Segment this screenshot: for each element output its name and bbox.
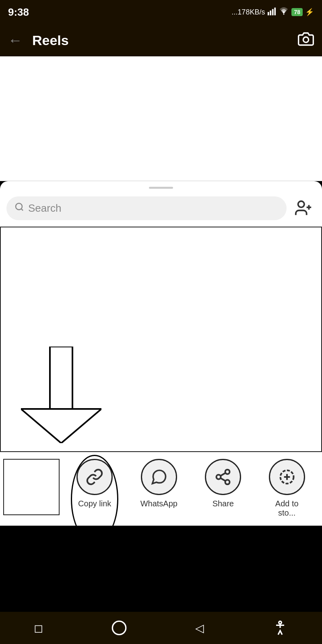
add-to-story-label: Add to sto... <box>271 499 303 518</box>
wifi-icon <box>279 7 289 18</box>
svg-rect-1 <box>270 10 272 15</box>
svg-rect-0 <box>268 12 269 15</box>
status-time: 9:38 <box>8 6 29 19</box>
search-icon <box>14 202 24 214</box>
add-to-story-action[interactable]: Add to sto... <box>269 459 305 518</box>
back-button[interactable]: ← <box>8 32 23 49</box>
svg-point-21 <box>112 621 126 634</box>
video-area <box>0 56 322 181</box>
share-action[interactable]: Share <box>205 459 241 518</box>
share-thumbnail <box>3 459 60 515</box>
svg-point-14 <box>217 475 221 479</box>
battery-level: 78 <box>291 8 303 16</box>
nav-accessibility-button[interactable] <box>272 620 288 636</box>
svg-point-22 <box>279 621 281 624</box>
search-bar[interactable]: Search <box>6 196 287 220</box>
svg-line-16 <box>221 478 226 481</box>
search-container: Search <box>0 193 322 227</box>
whatsapp-action[interactable]: WhatsApp <box>140 459 178 518</box>
svg-point-6 <box>16 203 22 210</box>
share-actions: Copy link WhatsApp <box>60 459 322 518</box>
share-label: Share <box>213 499 234 508</box>
add-to-story-icon-circle[interactable] <box>269 459 305 495</box>
bottom-sheet: Search <box>0 181 322 526</box>
sheet-handle-bar[interactable] <box>149 187 173 189</box>
svg-line-17 <box>221 473 226 476</box>
annotation-arrow <box>21 347 101 443</box>
share-icon-circle[interactable] <box>205 459 241 495</box>
nav-back-button[interactable]: ◁ <box>195 621 204 635</box>
bottom-nav: ◻ ◁ <box>0 612 322 644</box>
network-speed: ...178KB/s <box>231 8 265 17</box>
svg-point-13 <box>225 470 230 474</box>
add-contact-button[interactable] <box>291 196 316 220</box>
svg-point-15 <box>225 480 230 484</box>
copy-link-icon-circle[interactable] <box>76 459 113 495</box>
svg-point-4 <box>283 13 285 14</box>
whatsapp-label: WhatsApp <box>140 499 178 508</box>
svg-point-5 <box>303 37 308 42</box>
copy-link-label: Copy link <box>78 499 111 508</box>
status-icons: ...178KB/s 78 ⚡ <box>231 7 314 18</box>
camera-button[interactable] <box>298 31 314 50</box>
svg-rect-3 <box>275 7 276 15</box>
svg-rect-2 <box>272 9 274 15</box>
nav-square-button[interactable]: ◻ <box>34 621 43 635</box>
status-bar: 9:38 ...178KB/s 78 ⚡ <box>0 0 322 24</box>
top-nav: ← Reels <box>0 24 322 56</box>
copy-link-action[interactable]: Copy link <box>76 459 113 518</box>
svg-rect-11 <box>50 347 72 411</box>
page-title: Reels <box>32 33 69 48</box>
share-list-area <box>0 227 322 452</box>
svg-marker-12 <box>21 409 101 443</box>
svg-point-8 <box>298 201 304 207</box>
svg-line-7 <box>21 209 23 211</box>
search-input[interactable]: Search <box>28 202 61 215</box>
nav-home-button[interactable] <box>111 620 127 636</box>
signal-icon <box>267 7 276 18</box>
sheet-handle <box>0 181 322 193</box>
battery-icon: ⚡ <box>305 8 314 17</box>
whatsapp-icon-circle[interactable] <box>141 459 177 495</box>
share-options-bar: Copy link WhatsApp <box>0 452 322 526</box>
